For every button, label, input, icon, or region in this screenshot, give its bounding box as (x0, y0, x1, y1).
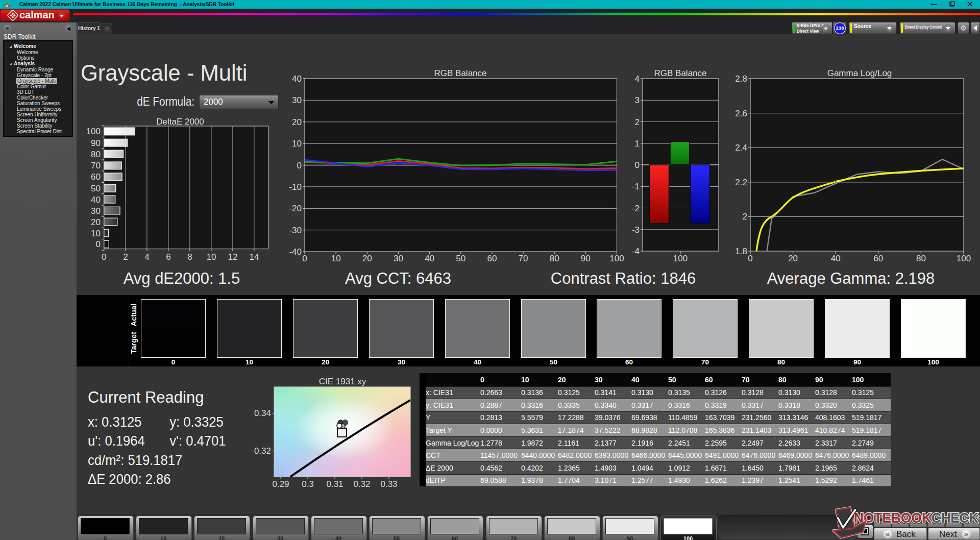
svg-text:-30: -30 (289, 226, 302, 235)
svg-text:30: 30 (292, 95, 302, 105)
svg-text:20: 20 (91, 217, 101, 227)
svg-text:-4: -4 (632, 247, 640, 256)
svg-text:10: 10 (331, 254, 341, 263)
svg-text:40: 40 (292, 74, 302, 84)
svg-text:50: 50 (456, 254, 465, 263)
svg-text:12: 12 (228, 252, 237, 262)
svg-text:2.2: 2.2 (735, 178, 747, 187)
svg-text:0.32: 0.32 (353, 479, 370, 489)
svg-text:RGB Balance: RGB Balance (654, 68, 707, 78)
svg-text:-1: -1 (632, 182, 640, 191)
svg-text:CHECK: CHECK (932, 510, 978, 526)
svg-text:20: 20 (292, 117, 302, 127)
svg-text:0: 0 (297, 161, 302, 170)
svg-text:8: 8 (187, 252, 192, 262)
svg-text:1.8: 1.8 (735, 247, 747, 256)
svg-text:40: 40 (91, 195, 101, 205)
svg-text:2: 2 (743, 212, 747, 222)
svg-text:80: 80 (916, 254, 926, 263)
svg-text:0.32: 0.32 (254, 446, 271, 456)
svg-text:-20: -20 (289, 204, 302, 213)
svg-text:-40: -40 (289, 247, 302, 257)
svg-text:100: 100 (86, 127, 101, 136)
svg-text:70: 70 (519, 254, 528, 263)
svg-text:1: 1 (635, 139, 640, 149)
svg-text:0.3: 0.3 (302, 479, 314, 489)
svg-text:100: 100 (673, 254, 688, 263)
svg-text:60: 60 (487, 254, 497, 263)
svg-text:20: 20 (788, 254, 798, 263)
svg-text:20: 20 (362, 254, 372, 263)
svg-text:100: 100 (957, 254, 971, 263)
svg-text:-3: -3 (632, 225, 640, 235)
svg-text:2.8: 2.8 (735, 74, 747, 84)
svg-text:30: 30 (394, 254, 403, 263)
svg-text:40: 40 (831, 254, 841, 263)
svg-text:0: 0 (102, 252, 106, 262)
svg-text:3: 3 (635, 95, 640, 105)
svg-text:100: 100 (609, 254, 624, 263)
svg-text:90: 90 (91, 138, 101, 148)
svg-text:DeltaE 2000: DeltaE 2000 (156, 117, 204, 127)
svg-text:0.33: 0.33 (380, 479, 397, 489)
svg-text:10: 10 (91, 229, 101, 238)
svg-text:40: 40 (425, 254, 434, 263)
svg-text:Gamma Log/Log: Gamma Log/Log (827, 68, 892, 78)
svg-text:0: 0 (96, 239, 101, 249)
svg-text:10: 10 (206, 252, 216, 262)
svg-text:2: 2 (635, 117, 640, 127)
svg-text:80: 80 (91, 150, 101, 159)
svg-text:0.34: 0.34 (254, 408, 271, 418)
svg-text:60: 60 (91, 172, 101, 182)
svg-text:2: 2 (123, 252, 128, 262)
svg-text:CIE 1931 xy: CIE 1931 xy (319, 377, 366, 386)
svg-text:60: 60 (873, 254, 883, 263)
svg-text:6: 6 (166, 252, 170, 262)
svg-text:90: 90 (581, 254, 591, 263)
svg-text:RGB Balance: RGB Balance (434, 68, 487, 78)
svg-text:-2: -2 (632, 204, 640, 213)
svg-text:-10: -10 (289, 182, 302, 192)
svg-text:4: 4 (144, 252, 149, 262)
svg-text:0: 0 (748, 254, 752, 263)
svg-text:2.4: 2.4 (735, 143, 747, 153)
svg-text:10: 10 (292, 139, 302, 149)
svg-text:70: 70 (91, 161, 101, 170)
svg-text:14: 14 (249, 252, 259, 262)
svg-text:0.31: 0.31 (326, 479, 343, 489)
svg-text:50: 50 (91, 184, 101, 193)
svg-text:0: 0 (635, 160, 640, 170)
svg-text:2.6: 2.6 (735, 109, 747, 118)
svg-text:4: 4 (635, 74, 640, 84)
svg-text:0.29: 0.29 (272, 479, 289, 489)
svg-text:80: 80 (550, 254, 559, 263)
svg-text:0: 0 (302, 254, 307, 263)
svg-text:30: 30 (91, 206, 101, 216)
